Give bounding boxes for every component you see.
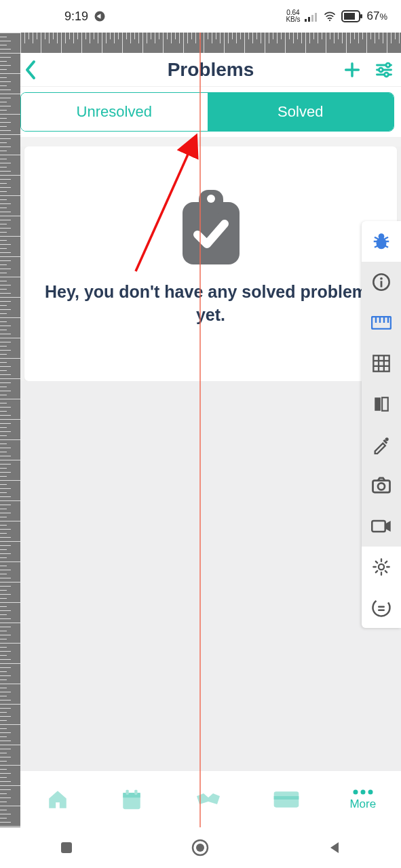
svg-line-38: [385, 245, 388, 248]
nav-calendar[interactable]: [119, 788, 144, 811]
debug-camera-button[interactable]: [362, 465, 401, 506]
filter-settings-button[interactable]: [374, 60, 394, 79]
debug-toolbar: [362, 221, 401, 628]
system-back[interactable]: [326, 840, 343, 856]
wifi-icon: [322, 10, 337, 22]
svg-point-58: [379, 564, 384, 570]
debug-grid-button[interactable]: [362, 343, 401, 384]
status-bar: 9:19 0.64 KB/s 67%: [0, 0, 401, 33]
svg-point-32: [379, 233, 385, 239]
debug-rotate-button[interactable]: [362, 587, 401, 628]
svg-point-27: [368, 789, 373, 794]
back-button[interactable]: [24, 60, 37, 80]
empty-state-card: Hey, you don't have any solved problems …: [24, 146, 397, 381]
svg-point-10: [386, 63, 390, 67]
status-time: 9:19: [64, 9, 88, 24]
svg-rect-1: [305, 19, 307, 22]
svg-point-54: [385, 437, 389, 441]
debug-eyedropper-button[interactable]: [362, 425, 401, 465]
nav-more-label: More: [349, 797, 376, 811]
page-title: Problems: [30, 59, 392, 81]
svg-point-40: [380, 277, 383, 280]
svg-point-30: [196, 844, 204, 852]
svg-point-17: [207, 195, 215, 203]
svg-rect-57: [372, 521, 385, 532]
debug-split-button[interactable]: [362, 384, 401, 425]
svg-point-14: [385, 73, 389, 77]
debug-ruler-button[interactable]: [362, 302, 401, 343]
svg-point-5: [328, 20, 330, 21]
svg-rect-52: [375, 397, 381, 411]
svg-rect-28: [61, 842, 72, 853]
battery-percentage: 67%: [367, 9, 387, 23]
signal-icon: [305, 11, 318, 22]
app-header: Problems: [20, 53, 401, 87]
nav-more[interactable]: More: [349, 788, 376, 811]
tab-group: Unresolved Solved: [20, 92, 394, 132]
svg-rect-47: [373, 355, 389, 371]
system-recent-apps[interactable]: [58, 840, 75, 856]
battery-icon: [341, 10, 363, 22]
svg-line-37: [375, 245, 378, 248]
megaphone-icon: [94, 10, 106, 22]
debug-ruler-left: [0, 33, 20, 868]
system-home[interactable]: [191, 838, 210, 857]
svg-rect-20: [123, 793, 141, 797]
svg-point-25: [353, 789, 358, 794]
svg-point-26: [360, 789, 365, 794]
debug-settings-button[interactable]: [362, 547, 401, 587]
clipboard-check-icon: [38, 187, 383, 267]
debug-video-button[interactable]: [362, 506, 401, 547]
svg-rect-41: [381, 281, 383, 287]
svg-line-36: [385, 237, 388, 239]
tab-unresolved[interactable]: Unresolved: [21, 93, 208, 131]
debug-info-button[interactable]: [362, 262, 401, 302]
debug-bug-button[interactable]: [362, 221, 401, 262]
app-content-area: Problems Unresolved Solved: [20, 53, 401, 827]
tab-solved[interactable]: Solved: [208, 93, 394, 131]
svg-rect-53: [382, 397, 388, 411]
svg-rect-7: [360, 14, 362, 18]
nav-home[interactable]: [45, 788, 70, 811]
debug-ruler-top: [0, 33, 401, 53]
net-speed-indicator: 0.64 KB/s: [286, 9, 300, 23]
svg-rect-3: [311, 15, 313, 22]
system-navigation-bar: [0, 827, 401, 868]
svg-rect-24: [273, 796, 299, 800]
svg-rect-4: [315, 13, 317, 22]
svg-rect-2: [308, 17, 310, 22]
svg-rect-21: [126, 789, 129, 794]
add-button[interactable]: [343, 60, 362, 79]
svg-rect-22: [135, 789, 138, 794]
svg-line-35: [375, 237, 378, 239]
nav-card[interactable]: [273, 789, 300, 810]
nav-handshake[interactable]: [194, 789, 223, 810]
bottom-navigation: More: [20, 770, 401, 827]
svg-rect-8: [344, 13, 355, 20]
svg-point-12: [379, 68, 383, 72]
svg-point-56: [378, 483, 385, 490]
empty-state-message: Hey, you don't have any solved problems …: [38, 281, 383, 327]
